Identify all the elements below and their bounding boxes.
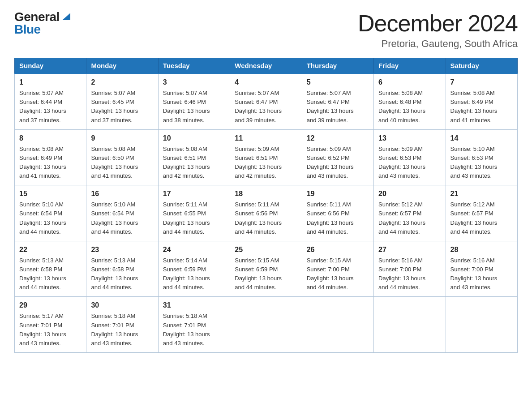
calendar-day-cell: 20Sunrise: 5:12 AM Sunset: 6:57 PM Dayli… xyxy=(374,185,446,241)
calendar-day-cell: 13Sunrise: 5:09 AM Sunset: 6:53 PM Dayli… xyxy=(374,129,446,185)
logo-triangle-icon xyxy=(61,12,71,21)
calendar-day-cell: 29Sunrise: 5:17 AM Sunset: 7:01 PM Dayli… xyxy=(15,297,86,353)
logo-blue-text: Blue xyxy=(14,23,41,36)
day-number: 30 xyxy=(91,300,153,311)
calendar-day-cell: 2Sunrise: 5:07 AM Sunset: 6:45 PM Daylig… xyxy=(86,73,158,129)
day-info: Sunrise: 5:09 AM Sunset: 6:51 PM Dayligh… xyxy=(235,145,297,181)
day-number: 8 xyxy=(19,133,82,144)
calendar-day-cell xyxy=(374,297,446,353)
day-number: 25 xyxy=(235,244,297,255)
day-of-week-header: Wednesday xyxy=(230,58,302,74)
day-number: 27 xyxy=(378,244,441,255)
day-number: 14 xyxy=(450,133,513,144)
day-info: Sunrise: 5:13 AM Sunset: 6:58 PM Dayligh… xyxy=(91,256,153,292)
day-number: 10 xyxy=(163,133,225,144)
month-title: December 2024 xyxy=(358,11,518,36)
calendar-day-cell: 21Sunrise: 5:12 AM Sunset: 6:57 PM Dayli… xyxy=(446,185,517,241)
day-info: Sunrise: 5:12 AM Sunset: 6:57 PM Dayligh… xyxy=(378,200,441,236)
day-number: 5 xyxy=(307,77,369,88)
calendar-week-row: 29Sunrise: 5:17 AM Sunset: 7:01 PM Dayli… xyxy=(15,297,518,353)
calendar-day-cell: 5Sunrise: 5:07 AM Sunset: 6:47 PM Daylig… xyxy=(302,73,373,129)
day-of-week-header: Saturday xyxy=(446,58,517,74)
day-number: 20 xyxy=(378,188,441,199)
calendar-day-cell: 1Sunrise: 5:07 AM Sunset: 6:44 PM Daylig… xyxy=(15,73,86,129)
calendar-day-cell: 19Sunrise: 5:11 AM Sunset: 6:56 PM Dayli… xyxy=(302,185,373,241)
day-number: 21 xyxy=(450,188,513,199)
day-info: Sunrise: 5:10 AM Sunset: 6:54 PM Dayligh… xyxy=(19,200,82,236)
day-info: Sunrise: 5:11 AM Sunset: 6:56 PM Dayligh… xyxy=(307,200,369,236)
day-number: 3 xyxy=(163,77,225,88)
calendar-day-cell: 15Sunrise: 5:10 AM Sunset: 6:54 PM Dayli… xyxy=(15,185,86,241)
calendar-day-cell: 10Sunrise: 5:08 AM Sunset: 6:51 PM Dayli… xyxy=(158,129,230,185)
day-number: 15 xyxy=(19,188,82,199)
calendar-day-cell xyxy=(302,297,373,353)
calendar-day-cell: 31Sunrise: 5:18 AM Sunset: 7:01 PM Dayli… xyxy=(158,297,230,353)
day-number: 31 xyxy=(163,300,225,311)
day-info: Sunrise: 5:07 AM Sunset: 6:47 PM Dayligh… xyxy=(307,89,369,125)
day-info: Sunrise: 5:11 AM Sunset: 6:55 PM Dayligh… xyxy=(163,200,225,236)
calendar-day-cell: 11Sunrise: 5:09 AM Sunset: 6:51 PM Dayli… xyxy=(230,129,302,185)
day-number: 22 xyxy=(19,244,82,255)
day-info: Sunrise: 5:15 AM Sunset: 7:00 PM Dayligh… xyxy=(307,256,369,292)
day-info: Sunrise: 5:11 AM Sunset: 6:56 PM Dayligh… xyxy=(235,200,297,236)
day-number: 18 xyxy=(235,188,297,199)
day-info: Sunrise: 5:16 AM Sunset: 7:00 PM Dayligh… xyxy=(450,256,513,292)
calendar-day-cell: 18Sunrise: 5:11 AM Sunset: 6:56 PM Dayli… xyxy=(230,185,302,241)
day-info: Sunrise: 5:10 AM Sunset: 6:54 PM Dayligh… xyxy=(91,200,153,236)
calendar-header-row: SundayMondayTuesdayWednesdayThursdayFrid… xyxy=(15,58,518,74)
logo: General Blue xyxy=(14,11,71,36)
logo-general-text: General xyxy=(14,11,60,23)
day-number: 9 xyxy=(91,133,153,144)
day-info: Sunrise: 5:15 AM Sunset: 6:59 PM Dayligh… xyxy=(235,256,297,292)
title-block: December 2024 Pretoria, Gauteng, South A… xyxy=(358,11,518,50)
calendar-day-cell: 9Sunrise: 5:08 AM Sunset: 6:50 PM Daylig… xyxy=(86,129,158,185)
calendar-day-cell: 6Sunrise: 5:08 AM Sunset: 6:48 PM Daylig… xyxy=(374,73,446,129)
day-info: Sunrise: 5:10 AM Sunset: 6:53 PM Dayligh… xyxy=(450,145,513,181)
calendar-table: SundayMondayTuesdayWednesdayThursdayFrid… xyxy=(14,58,518,353)
day-number: 23 xyxy=(91,244,153,255)
day-info: Sunrise: 5:09 AM Sunset: 6:52 PM Dayligh… xyxy=(307,145,369,181)
day-info: Sunrise: 5:18 AM Sunset: 7:01 PM Dayligh… xyxy=(91,312,153,348)
day-number: 1 xyxy=(19,77,82,88)
day-info: Sunrise: 5:08 AM Sunset: 6:50 PM Dayligh… xyxy=(91,145,153,181)
day-info: Sunrise: 5:07 AM Sunset: 6:44 PM Dayligh… xyxy=(19,89,82,125)
calendar-day-cell xyxy=(230,297,302,353)
day-info: Sunrise: 5:07 AM Sunset: 6:47 PM Dayligh… xyxy=(235,89,297,125)
calendar-day-cell: 14Sunrise: 5:10 AM Sunset: 6:53 PM Dayli… xyxy=(446,129,517,185)
day-number: 7 xyxy=(450,77,513,88)
calendar-day-cell: 28Sunrise: 5:16 AM Sunset: 7:00 PM Dayli… xyxy=(446,241,517,297)
day-number: 28 xyxy=(450,244,513,255)
day-of-week-header: Monday xyxy=(86,58,158,74)
day-info: Sunrise: 5:18 AM Sunset: 7:01 PM Dayligh… xyxy=(163,312,225,348)
calendar-week-row: 8Sunrise: 5:08 AM Sunset: 6:49 PM Daylig… xyxy=(15,129,518,185)
location-title: Pretoria, Gauteng, South Africa xyxy=(358,38,518,50)
calendar-day-cell: 16Sunrise: 5:10 AM Sunset: 6:54 PM Dayli… xyxy=(86,185,158,241)
day-info: Sunrise: 5:08 AM Sunset: 6:49 PM Dayligh… xyxy=(450,89,513,125)
day-number: 17 xyxy=(163,188,225,199)
day-of-week-header: Tuesday xyxy=(158,58,230,74)
day-of-week-header: Friday xyxy=(374,58,446,74)
day-number: 16 xyxy=(91,188,153,199)
calendar-day-cell: 17Sunrise: 5:11 AM Sunset: 6:55 PM Dayli… xyxy=(158,185,230,241)
day-info: Sunrise: 5:09 AM Sunset: 6:53 PM Dayligh… xyxy=(378,145,441,181)
day-info: Sunrise: 5:17 AM Sunset: 7:01 PM Dayligh… xyxy=(19,312,82,348)
calendar-week-row: 1Sunrise: 5:07 AM Sunset: 6:44 PM Daylig… xyxy=(15,73,518,129)
day-number: 13 xyxy=(378,133,441,144)
day-number: 11 xyxy=(235,133,297,144)
day-info: Sunrise: 5:13 AM Sunset: 6:58 PM Dayligh… xyxy=(19,256,82,292)
day-number: 4 xyxy=(235,77,297,88)
calendar-week-row: 22Sunrise: 5:13 AM Sunset: 6:58 PM Dayli… xyxy=(15,241,518,297)
day-number: 26 xyxy=(307,244,369,255)
calendar-day-cell: 12Sunrise: 5:09 AM Sunset: 6:52 PM Dayli… xyxy=(302,129,373,185)
calendar-day-cell: 30Sunrise: 5:18 AM Sunset: 7:01 PM Dayli… xyxy=(86,297,158,353)
day-number: 6 xyxy=(378,77,441,88)
day-info: Sunrise: 5:16 AM Sunset: 7:00 PM Dayligh… xyxy=(378,256,441,292)
day-number: 29 xyxy=(19,300,82,311)
calendar-day-cell: 25Sunrise: 5:15 AM Sunset: 6:59 PM Dayli… xyxy=(230,241,302,297)
day-info: Sunrise: 5:07 AM Sunset: 6:45 PM Dayligh… xyxy=(91,89,153,125)
day-number: 12 xyxy=(307,133,369,144)
day-number: 2 xyxy=(91,77,153,88)
day-of-week-header: Sunday xyxy=(15,58,86,74)
page-header: General Blue December 2024 Pretoria, Gau… xyxy=(14,11,518,50)
day-number: 19 xyxy=(307,188,369,199)
